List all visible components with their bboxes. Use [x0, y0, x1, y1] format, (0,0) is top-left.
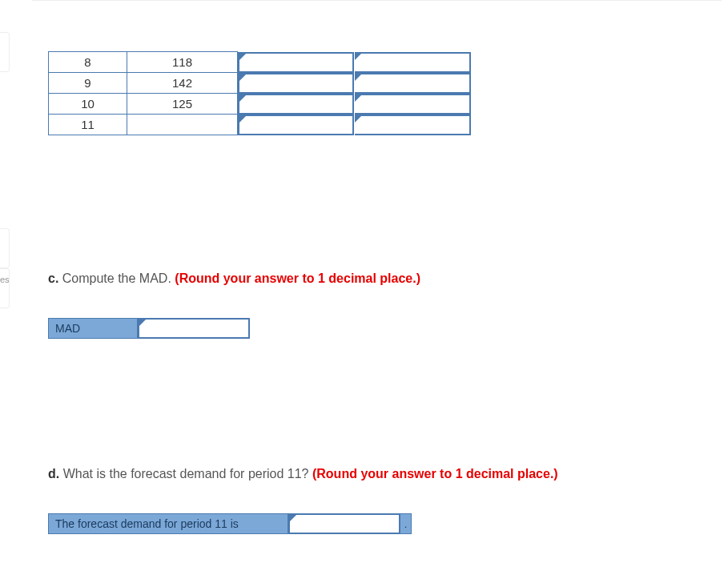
left-rail: es	[0, 0, 10, 587]
input-indicator-icon	[139, 320, 146, 326]
input-indicator-icon	[239, 116, 246, 123]
demand-cell: 118	[127, 52, 238, 73]
question-d: d. What is the forecast demand for perio…	[48, 467, 721, 481]
demand-cell: 142	[127, 73, 238, 94]
question-c-hint: (Round your answer to 1 decimal place.)	[175, 271, 420, 285]
question-d-hint: (Round your answer to 1 decimal place.)	[312, 467, 558, 480]
question-c-letter: c.	[48, 271, 58, 285]
forecast-input-row2-col1[interactable]	[238, 73, 354, 94]
input-indicator-icon	[355, 116, 361, 123]
forecast-suffix: .	[400, 513, 412, 534]
data-table: 8 118 9 142 10 125	[48, 51, 471, 135]
demand-cell	[127, 115, 238, 135]
input-indicator-icon	[239, 74, 246, 81]
forecast-input-row3-col1[interactable]	[238, 94, 354, 115]
table-row: 11	[49, 115, 471, 135]
input-indicator-icon	[355, 95, 361, 102]
period-cell: 8	[49, 52, 127, 73]
table-row: 10 125	[49, 94, 471, 115]
table-row: 9 142	[49, 73, 471, 94]
forecast-input[interactable]	[288, 513, 400, 534]
mad-label: MAD	[48, 318, 138, 339]
forecast-input-row2-col2[interactable]	[355, 73, 471, 94]
question-c: c. Compute the MAD. (Round your answer t…	[48, 271, 721, 286]
question-d-letter: d.	[48, 467, 59, 480]
forecast-input-row4-col1[interactable]	[238, 115, 354, 135]
forecast-label: The forecast demand for period 11 is	[48, 513, 288, 534]
left-rail-label: es	[0, 275, 10, 284]
input-indicator-icon	[355, 74, 361, 81]
demand-cell: 125	[127, 94, 238, 115]
forecast-input-row1-col2[interactable]	[355, 52, 471, 73]
period-cell: 11	[49, 115, 127, 135]
left-rail-button-1[interactable]	[0, 32, 10, 72]
mad-input[interactable]	[138, 318, 250, 339]
question-c-text: Compute the MAD.	[58, 271, 175, 285]
input-indicator-icon	[355, 54, 361, 60]
forecast-input-row1-col1[interactable]	[238, 52, 354, 73]
table-row: 8 118	[49, 52, 471, 73]
period-cell: 9	[49, 73, 127, 94]
input-indicator-icon	[239, 54, 246, 60]
content-area: 8 118 9 142 10 125	[48, 0, 721, 534]
input-indicator-icon	[290, 515, 296, 521]
input-indicator-icon	[239, 95, 246, 102]
forecast-input-row4-col2[interactable]	[355, 115, 471, 135]
mad-answer-row: MAD	[48, 318, 721, 339]
question-d-text: What is the forecast demand for period 1…	[59, 467, 312, 480]
forecast-answer-row: The forecast demand for period 11 is .	[48, 513, 721, 534]
forecast-input-row3-col2[interactable]	[355, 94, 471, 115]
period-cell: 10	[49, 94, 127, 115]
left-rail-button-2[interactable]	[0, 228, 10, 268]
